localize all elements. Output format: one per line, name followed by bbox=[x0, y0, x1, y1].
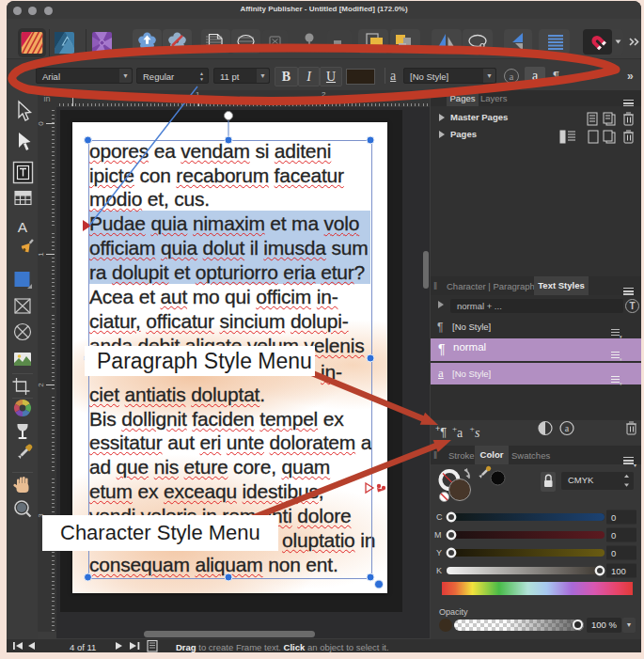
svg-text:a: a bbox=[565, 423, 570, 433]
svg-text:A: A bbox=[18, 219, 28, 235]
